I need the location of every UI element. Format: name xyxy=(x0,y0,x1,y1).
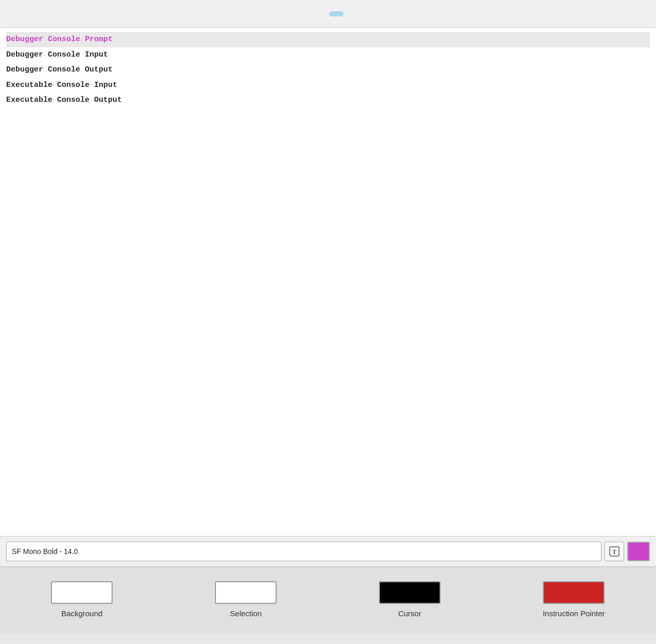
font-picker-button[interactable]: T xyxy=(605,542,624,561)
console-item-3[interactable]: Debugger Console Output xyxy=(6,62,650,78)
color-label-background: Background xyxy=(61,609,102,618)
color-swatch-background[interactable] xyxy=(51,581,113,604)
color-swatch-instruction-pointer[interactable] xyxy=(543,581,605,604)
color-label-instruction-pointer: Instruction Pointer xyxy=(543,609,605,618)
svg-text:T: T xyxy=(612,548,616,556)
console-content: Debugger Console PromptDebugger Console … xyxy=(0,28,656,536)
color-item-background: Background xyxy=(51,581,113,618)
console-item-5[interactable]: Executable Console Output xyxy=(6,93,650,108)
tab-console[interactable] xyxy=(329,11,343,16)
color-label-selection: Selection xyxy=(230,609,262,618)
color-bar: BackgroundSelectionCursorInstruction Poi… xyxy=(0,567,656,634)
console-item-4[interactable]: Executable Console Input xyxy=(6,78,650,93)
color-label-cursor: Cursor xyxy=(398,609,421,618)
color-item-cursor: Cursor xyxy=(379,581,441,618)
tab-source-editor[interactable] xyxy=(313,12,325,16)
color-swatch-cursor[interactable] xyxy=(379,581,441,604)
color-swatch-selection[interactable] xyxy=(215,581,277,604)
color-item-instruction-pointer: Instruction Pointer xyxy=(543,581,605,618)
font-bar: T xyxy=(0,536,656,567)
console-item-1[interactable]: Debugger Console Prompt xyxy=(6,32,650,47)
color-swatch-button[interactable] xyxy=(627,542,650,561)
font-input[interactable] xyxy=(6,542,602,561)
color-item-selection: Selection xyxy=(215,581,277,618)
console-item-2[interactable]: Debugger Console Input xyxy=(6,47,650,63)
tab-bar xyxy=(0,0,656,28)
font-icon: T xyxy=(609,546,620,557)
